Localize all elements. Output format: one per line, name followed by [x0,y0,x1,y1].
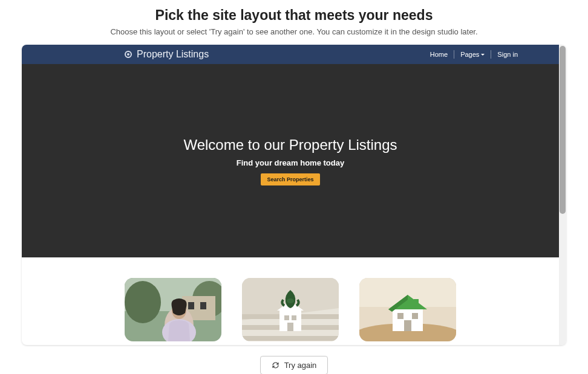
hero-section: Welcome to our Property Listings Find yo… [22,64,559,257]
svg-rect-28 [397,313,403,319]
nav-link-pages[interactable]: Pages [454,51,491,58]
chevron-down-icon [481,54,485,56]
card-image-2 [242,278,339,341]
scrollbar-thumb[interactable] [560,46,566,214]
refresh-icon [272,361,279,369]
svg-rect-30 [404,320,411,331]
brand-text: Property Listings [137,49,209,60]
nav-link-pages-label: Pages [460,51,479,58]
svg-rect-29 [412,313,418,319]
try-again-button[interactable]: Try again [260,356,328,374]
card-image-1 [125,278,221,341]
brand-logo-icon [125,51,132,58]
nav-links: Home Pages Sign in [424,50,524,59]
nav-link-home[interactable]: Home [424,51,454,58]
cards-section [22,257,559,341]
preview-scrollbar[interactable] [559,45,566,345]
page-title: Pick the site layout that meets your nee… [0,7,588,24]
hero-title: Welcome to our Property Listings [183,137,397,153]
svg-point-20 [287,298,294,303]
svg-point-2 [125,281,161,323]
card-image-3 [359,278,456,341]
svg-rect-17 [284,315,289,320]
svg-rect-27 [414,299,419,308]
svg-rect-6 [200,302,206,309]
svg-rect-18 [292,315,296,320]
svg-rect-19 [287,323,293,331]
brand[interactable]: Property Listings [125,49,209,60]
try-again-label: Try again [284,361,317,370]
nav-link-signin[interactable]: Sign in [491,51,524,58]
preview-navbar: Property Listings Home Pages Sign in [22,45,559,64]
layout-preview: Property Listings Home Pages Sign in [22,45,566,345]
svg-rect-5 [188,302,194,309]
search-properties-button[interactable]: Search Properties [261,173,319,185]
preview-frame: Property Listings Home Pages Sign in [22,45,566,345]
hero-subtitle: Find your dream home today [237,158,344,167]
svg-rect-14 [242,336,339,341]
page-subtitle: Choose this layout or select 'Try again'… [0,27,588,36]
